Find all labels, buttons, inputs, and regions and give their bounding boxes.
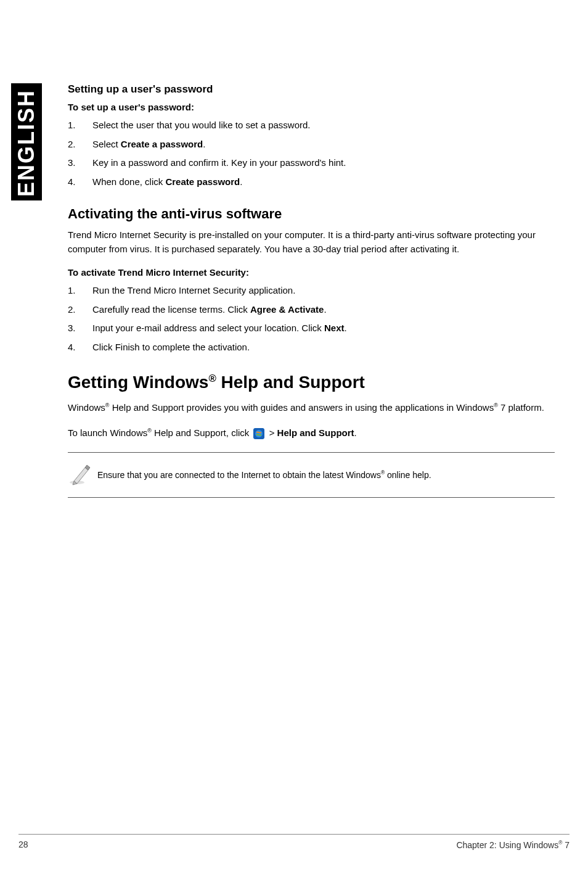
section1-subtitle: To set up a user's password: <box>68 102 555 112</box>
step-item: 1.Select the user that you would like to… <box>68 118 555 133</box>
page-number: 28 <box>18 840 28 850</box>
section2-steps: 1.Run the Trend Micro Internet Security … <box>68 284 555 354</box>
registered-mark: ® <box>208 373 216 384</box>
step-number: 3. <box>68 321 92 336</box>
section3-para2: To launch Windows® Help and Support, cli… <box>68 426 555 440</box>
section2-title: Activating the anti-virus software <box>68 206 555 222</box>
svg-point-1 <box>255 430 263 437</box>
step-number: 1. <box>68 118 92 133</box>
step-number: 3. <box>68 156 92 170</box>
section1-title: Setting up a user's password <box>68 83 555 96</box>
title-text: Getting Windows <box>68 373 208 392</box>
step-item: 3.Key in a password and confirm it. Key … <box>68 156 555 170</box>
step-item: 4.Click Finish to complete the activatio… <box>68 340 555 355</box>
registered-mark: ® <box>494 402 498 408</box>
step-text: Run the Trend Micro Internet Security ap… <box>92 284 295 298</box>
chapter-text: 7 <box>562 840 570 850</box>
language-sidebar-label: ENGLISH <box>11 83 42 200</box>
body-text: > Help and Support. <box>266 427 356 438</box>
body-text: Help and Support, click <box>152 427 252 438</box>
step-number: 2. <box>68 138 92 152</box>
section1-steps: 1.Select the user that you would like to… <box>68 118 555 189</box>
registered-mark: ® <box>105 402 110 408</box>
body-text: Help and Support provides you with guide… <box>110 402 494 413</box>
step-text: Select Create a password. <box>92 138 205 152</box>
step-number: 2. <box>68 303 92 317</box>
section2-subtitle: To activate Trend Micro Internet Securit… <box>68 267 555 278</box>
step-item: 4.When done, click Create password. <box>68 175 555 189</box>
step-item: 2.Carefully read the license terms. Clic… <box>68 303 555 317</box>
body-text: To launch Windows <box>68 427 147 438</box>
chapter-label: Chapter 2: Using Windows® 7 <box>456 840 570 850</box>
step-item: 1.Run the Trend Micro Internet Security … <box>68 284 555 298</box>
section3-title: Getting Windows® Help and Support <box>68 373 555 392</box>
note-text-content: Ensure that you are connected to the Int… <box>97 470 381 480</box>
section2-intro: Trend Micro Internet Security is pre-ins… <box>68 228 555 256</box>
windows-start-icon <box>253 428 264 439</box>
chapter-text: Chapter 2: Using Windows <box>456 840 558 850</box>
step-number: 4. <box>68 175 92 189</box>
step-text: Select the user that you would like to s… <box>92 118 311 133</box>
registered-mark: ® <box>147 427 152 434</box>
step-text: Carefully read the license terms. Click … <box>92 303 327 317</box>
note-box: Ensure that you are connected to the Int… <box>68 452 555 498</box>
page-footer: 28 Chapter 2: Using Windows® 7 <box>18 834 570 850</box>
body-text: 7 platform. <box>498 402 544 413</box>
body-text: Windows <box>68 402 105 413</box>
main-content: Setting up a user's password To set up a… <box>68 83 555 498</box>
section3-para1: Windows® Help and Support provides you w… <box>68 401 555 415</box>
step-text: Input your e-mail address and select you… <box>92 321 347 336</box>
step-item: 3.Input your e-mail address and select y… <box>68 321 555 336</box>
step-text: Key in a password and confirm it. Key in… <box>92 156 346 170</box>
step-number: 4. <box>68 340 92 355</box>
step-text: When done, click Create password. <box>92 175 242 189</box>
step-text: Click Finish to complete the activation. <box>92 340 250 355</box>
title-text: Help and Support <box>216 373 365 392</box>
step-item: 2.Select Create a password. <box>68 138 555 152</box>
pencil-note-icon <box>68 461 97 489</box>
note-text-content: online help. <box>385 470 431 480</box>
step-number: 1. <box>68 284 92 298</box>
note-text: Ensure that you are connected to the Int… <box>97 469 431 482</box>
